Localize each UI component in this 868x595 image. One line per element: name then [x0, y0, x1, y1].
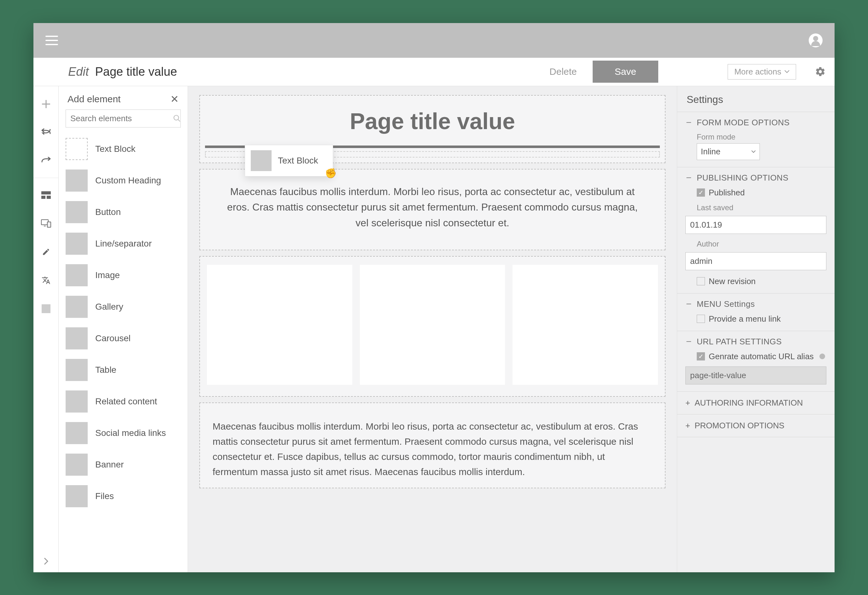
drag-ghost-label: Text Block: [278, 155, 318, 166]
element-item-table[interactable]: Table: [66, 354, 187, 386]
canvas-title[interactable]: Page title value: [205, 101, 660, 144]
settings-panel: Settings − FORM MODE OPTIONS Form mode I…: [677, 86, 834, 572]
collapse-icon: −: [685, 299, 692, 309]
element-item-gallery[interactable]: Gallery: [66, 291, 187, 323]
cards-drop-region[interactable]: [199, 256, 666, 397]
form-mode-value: Inline: [701, 147, 720, 157]
element-label: Image: [95, 270, 120, 280]
element-item-line-separator[interactable]: Line/separator: [66, 228, 187, 259]
translate-icon[interactable]: [34, 266, 59, 295]
card-placeholder[interactable]: [512, 265, 658, 385]
element-label: Custom Heading: [95, 176, 161, 186]
placeholder-rail-icon[interactable]: [34, 295, 59, 323]
svg-rect-1: [41, 196, 46, 199]
section-publishing: − PUBLISHING OPTIONS ✓ Published Last sa…: [677, 167, 834, 293]
section-heading: URL PATH SETTINGS: [697, 337, 782, 346]
hamburger-icon[interactable]: [46, 36, 58, 45]
drag-ghost: Text Block ✊: [245, 145, 333, 176]
info-icon[interactable]: [819, 354, 825, 359]
canvas[interactable]: Page title value Maecenas faucibus molli…: [188, 86, 677, 572]
new-revision-label: New revision: [709, 277, 756, 286]
section-header-menu[interactable]: − MENU Settings: [685, 299, 827, 309]
section-heading: FORM MODE OPTIONS: [697, 118, 790, 127]
new-revision-checkbox[interactable]: [697, 277, 705, 285]
published-label: Published: [709, 188, 745, 198]
expand-icon: +: [685, 398, 690, 408]
section-heading: PUBLISHING OPTIONS: [697, 173, 788, 183]
svg-rect-4: [47, 222, 51, 227]
grab-cursor-icon: ✊: [325, 167, 337, 179]
expand-icon: +: [685, 421, 690, 431]
form-mode-select[interactable]: Inline: [697, 143, 760, 160]
element-item-related-content[interactable]: Related content: [66, 386, 187, 417]
form-mode-label: Form mode: [697, 133, 827, 141]
settings-title: Settings: [677, 86, 834, 112]
element-item-button[interactable]: Button: [66, 196, 187, 228]
section-url: − URL PATH SETTINGS ✓ Genrate automatic …: [677, 331, 834, 392]
top-chrome-bar: [34, 23, 834, 58]
element-label: Table: [95, 365, 117, 375]
element-item-image[interactable]: Image: [66, 259, 187, 291]
more-actions-dropdown[interactable]: More actions: [728, 64, 796, 80]
elements-list: Text Block Custom Heading Button Line/se…: [66, 133, 187, 572]
last-saved-input[interactable]: [685, 216, 827, 234]
svg-point-5: [174, 115, 179, 120]
section-heading: MENU Settings: [697, 299, 755, 309]
author-input[interactable]: [685, 252, 827, 270]
element-thumb: [66, 138, 88, 160]
edit-label: Edit: [68, 65, 89, 78]
more-actions-label: More actions: [734, 67, 781, 77]
devices-icon[interactable]: [34, 210, 59, 238]
redo-icon[interactable]: [34, 146, 59, 175]
gear-icon[interactable]: [815, 66, 826, 77]
para1-drop-region[interactable]: Maecenas faucibus mollis interdum. Morbi…: [199, 169, 666, 251]
title-bar: Edit Page title value Delete Save More a…: [34, 58, 834, 86]
close-icon[interactable]: ✕: [170, 94, 179, 104]
section-header-publishing[interactable]: − PUBLISHING OPTIONS: [685, 173, 827, 183]
element-item-carousel[interactable]: Carousel: [66, 323, 187, 354]
user-avatar-icon[interactable]: [809, 34, 822, 47]
section-promotion-collapsed[interactable]: + PROMOTION OPTIONS: [677, 414, 834, 437]
edit-pencil-icon[interactable]: [34, 238, 59, 266]
section-heading: AUTHORING INFORMATION: [695, 398, 803, 408]
save-button[interactable]: Save: [593, 61, 658, 83]
card-placeholder[interactable]: [360, 265, 505, 385]
section-header-url[interactable]: − URL PATH SETTINGS: [685, 337, 827, 346]
menu-link-label: Provide a menu link: [709, 314, 781, 324]
author-label: Author: [697, 240, 827, 249]
published-checkbox[interactable]: ✓: [697, 188, 705, 197]
element-item-files[interactable]: Files: [66, 480, 187, 512]
element-label: Button: [95, 207, 121, 217]
collapse-icon: −: [685, 118, 692, 127]
element-item-custom-heading[interactable]: Custom Heading: [66, 165, 187, 196]
chevron-down-icon: [784, 70, 790, 73]
collapse-icon: −: [685, 337, 692, 346]
svg-rect-2: [47, 196, 51, 199]
layout-icon[interactable]: [34, 181, 59, 210]
search-input[interactable]: [70, 114, 173, 123]
menu-link-checkbox[interactable]: [697, 315, 705, 323]
drag-ghost-thumb: [251, 150, 272, 171]
undo-icon[interactable]: [34, 118, 59, 146]
search-input-wrap[interactable]: [66, 110, 181, 127]
section-menu: − MENU Settings Provide a menu link: [677, 293, 834, 331]
section-header-form-mode[interactable]: − FORM MODE OPTIONS: [685, 118, 827, 127]
add-element-panel: Add element ✕ Text Block Custom Heading …: [59, 86, 188, 572]
add-element-rail-button[interactable]: ＋: [34, 89, 59, 118]
element-item-banner[interactable]: Banner: [66, 449, 187, 480]
expand-rail-icon[interactable]: [34, 550, 59, 572]
section-authoring-collapsed[interactable]: + AUTHORING INFORMATION: [677, 392, 834, 414]
element-label: Related content: [95, 397, 157, 407]
canvas-paragraph-2[interactable]: Maecenas faucibus mollis interdum. Morbi…: [205, 408, 660, 483]
canvas-paragraph-1[interactable]: Maecenas faucibus mollis interdum. Morbi…: [205, 175, 660, 245]
delete-button[interactable]: Delete: [549, 66, 577, 77]
section-form-mode: − FORM MODE OPTIONS Form mode Inline: [677, 112, 834, 167]
search-icon: [173, 114, 181, 123]
auto-url-checkbox[interactable]: ✓: [697, 352, 705, 360]
svg-rect-0: [41, 191, 51, 194]
element-item-text-block[interactable]: Text Block: [66, 133, 187, 165]
element-item-social-media-links[interactable]: Social media links: [66, 417, 187, 449]
section-heading: PROMOTION OPTIONS: [695, 421, 784, 431]
para2-drop-region[interactable]: Maecenas faucibus mollis interdum. Morbi…: [199, 403, 666, 488]
card-placeholder[interactable]: [207, 265, 352, 385]
